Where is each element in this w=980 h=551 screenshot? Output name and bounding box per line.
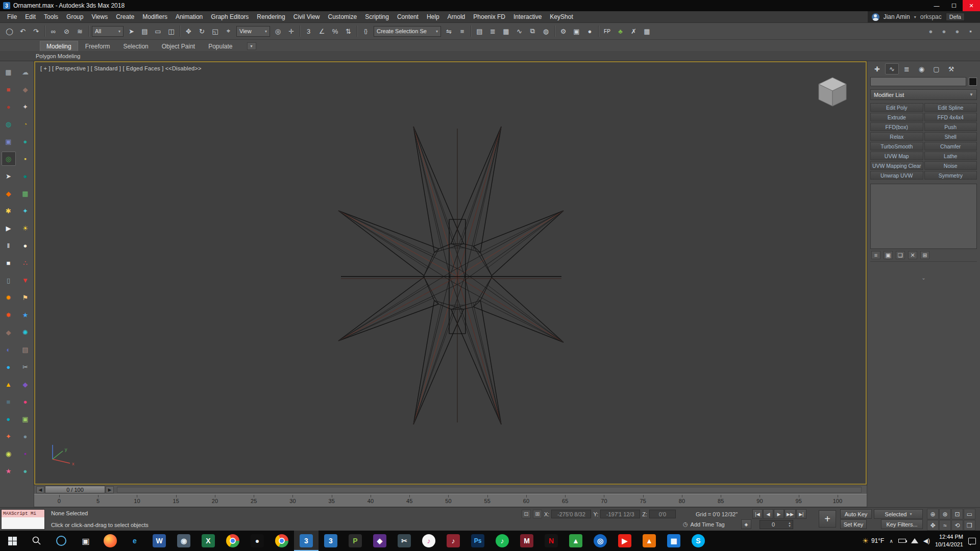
left-tool-28-icon[interactable]: ⚑ xyxy=(18,290,33,305)
select-and-move-icon[interactable]: ✥ xyxy=(182,25,195,38)
time-slider-handle[interactable]: 0 / 100 xyxy=(45,486,105,493)
configure-modifier-sets-icon[interactable]: ⊞ xyxy=(920,251,929,259)
battery-icon[interactable] xyxy=(898,539,906,543)
go-to-end-button[interactable]: ▶| xyxy=(796,509,806,519)
menu-create[interactable]: Create xyxy=(112,12,138,22)
left-tool-43-icon[interactable]: ✦ xyxy=(2,429,16,443)
reference-coordinate-dropdown[interactable]: View▾ xyxy=(236,26,270,37)
modifier-button-chamfer[interactable]: Chamfer xyxy=(924,142,977,151)
menu-help[interactable]: Help xyxy=(423,12,444,22)
ribbon-tab-selection[interactable]: Selection xyxy=(117,41,154,51)
left-tool-33-icon[interactable]: ◐ xyxy=(2,342,16,357)
spinner-arrows-icon[interactable]: ▲▼ xyxy=(787,521,793,528)
workspace-dropdown[interactable]: Defa xyxy=(946,13,965,21)
minimize-button[interactable]: — xyxy=(928,0,945,11)
z-coordinate-field[interactable]: 0'0 xyxy=(649,510,676,518)
left-tool-6-icon[interactable]: ✦ xyxy=(18,99,33,114)
taskbar-camera-app[interactable]: ◉ xyxy=(172,531,196,551)
menu-modifiers[interactable]: Modifiers xyxy=(138,12,172,22)
taskbar-browser-app[interactable]: ◎ xyxy=(588,531,612,551)
left-tool-16-icon[interactable]: ▦ xyxy=(18,186,33,201)
ribbon-tab-populate[interactable]: Populate xyxy=(202,41,238,51)
action-center-icon[interactable] xyxy=(968,538,976,544)
show-end-result-icon[interactable]: ▣ xyxy=(884,251,893,259)
left-tool-2-icon[interactable]: ☁ xyxy=(18,65,33,79)
modifier-button-ffd-box[interactable]: FFD(box) xyxy=(870,122,923,131)
left-tool-20-icon[interactable]: ☀ xyxy=(18,221,33,235)
taskbar-internet-explorer[interactable]: e xyxy=(122,531,147,551)
key-filters-button[interactable]: Key Filters... xyxy=(881,519,923,529)
render-setup-icon[interactable]: ⚙ xyxy=(557,25,570,38)
taskbar-search-button[interactable] xyxy=(24,531,49,551)
taskbar-photoshop[interactable]: Ps xyxy=(465,531,490,551)
modifier-button-shell[interactable]: Shell xyxy=(924,132,977,141)
time-slider-track[interactable] xyxy=(117,487,862,493)
left-tool-37-icon[interactable]: ▲ xyxy=(2,377,16,391)
motion-tab-icon[interactable]: ◉ xyxy=(915,63,928,74)
menu-file[interactable]: File xyxy=(3,12,21,22)
taskbar-maya[interactable]: M xyxy=(514,531,539,551)
toggle-layer-explorer-icon[interactable]: ≣ xyxy=(486,25,499,38)
walkthrough-icon[interactable]: ≈ xyxy=(939,520,951,531)
taskbar-netflix[interactable]: N xyxy=(539,531,564,551)
use-pivot-point-icon[interactable]: ◎ xyxy=(272,25,284,38)
left-tool-10-icon[interactable]: ● xyxy=(18,134,33,148)
task-view-button[interactable]: ▣ xyxy=(74,531,98,551)
edit-named-selection-sets-icon[interactable]: {} xyxy=(359,25,372,38)
taskbar-excel[interactable]: X xyxy=(196,531,220,551)
left-tool-3-icon[interactable]: ■ xyxy=(2,82,16,96)
left-tool-7-icon[interactable]: ◍ xyxy=(2,117,16,131)
zoom-region-icon[interactable]: ▭ xyxy=(964,509,975,519)
taskbar-qq[interactable]: ● xyxy=(245,531,270,551)
menu-edit[interactable]: Edit xyxy=(21,12,40,22)
modifier-button-lathe[interactable]: Lathe xyxy=(924,152,977,160)
ribbon-display-icon[interactable]: ▾ xyxy=(247,42,256,50)
menu-views[interactable]: Views xyxy=(87,12,112,22)
menu-rendering[interactable]: Rendering xyxy=(253,12,289,22)
angle-snap-icon[interactable]: ∠ xyxy=(315,25,328,38)
window-crossing-icon[interactable]: ◫ xyxy=(165,25,178,38)
isolate-toggle-3-icon[interactable]: ● xyxy=(951,25,964,38)
fp-toggle-icon[interactable]: FP xyxy=(601,25,614,38)
orbit-icon[interactable]: ⟲ xyxy=(951,520,963,531)
key-selection-dropdown[interactable]: Selected ▾ xyxy=(874,509,923,519)
user-avatar[interactable] xyxy=(872,13,879,21)
arnold-light-icon[interactable]: ♣ xyxy=(614,25,627,38)
left-tool-34-icon[interactable]: ▤ xyxy=(18,342,33,357)
menu-keyshot[interactable]: KeyShot xyxy=(546,12,577,22)
left-tool-26-icon[interactable]: ▼ xyxy=(18,273,33,287)
modify-tab-icon[interactable]: ∿ xyxy=(885,63,899,74)
modifier-button-extrude[interactable]: Extrude xyxy=(870,113,923,121)
menu-phoenix-fd[interactable]: Phoenix FD xyxy=(469,12,509,22)
left-tool-8-icon[interactable]: ◔ xyxy=(18,117,33,131)
menu-customize[interactable]: Customize xyxy=(324,12,361,22)
left-tool-22-icon[interactable]: ● xyxy=(18,238,33,253)
left-tool-1-icon[interactable]: ▦ xyxy=(2,65,16,79)
redo-icon[interactable]: ↷ xyxy=(30,25,42,38)
remove-modifier-icon[interactable]: ✕ xyxy=(908,251,917,259)
taskbar-itunes[interactable]: ♪ xyxy=(416,531,441,551)
ribbon-tab-object-paint[interactable]: Object Paint xyxy=(156,41,201,51)
isolate-toggle-2-icon[interactable]: ● xyxy=(938,25,950,38)
left-tool-23-icon[interactable]: ■ xyxy=(2,256,16,270)
taskbar-3ds-max-beta[interactable]: 3 xyxy=(318,531,343,551)
select-and-link-icon[interactable]: ∞ xyxy=(47,25,60,38)
track-bar[interactable]: 0510152025303540455055606570758085909510… xyxy=(34,494,867,507)
taskbar-word[interactable]: W xyxy=(147,531,172,551)
toggle-ribbon-icon[interactable]: ▦ xyxy=(500,25,512,38)
modifier-stack[interactable] xyxy=(870,184,977,249)
unlink-selection-icon[interactable]: ⊘ xyxy=(60,25,73,38)
taskbar-android-emulator[interactable]: ▲ xyxy=(564,531,588,551)
left-tool-4-icon[interactable]: ◆ xyxy=(18,82,33,96)
taskbar-skype[interactable]: S xyxy=(686,531,710,551)
left-tool-24-icon[interactable]: ∴ xyxy=(18,256,33,270)
left-tool-36-icon[interactable]: ✂ xyxy=(18,360,33,374)
object-name-field[interactable] xyxy=(870,77,966,86)
material-editor-icon[interactable]: ◍ xyxy=(540,25,552,38)
modifier-button-uvw-mapping-clear[interactable]: UVW Mapping Clear xyxy=(870,161,923,170)
spinner-snap-icon[interactable]: ⇅ xyxy=(342,25,355,38)
menu-animation[interactable]: Animation xyxy=(172,12,207,22)
menu-content[interactable]: Content xyxy=(393,12,423,22)
display-tab-icon[interactable]: ▢ xyxy=(929,63,943,74)
utilities-tab-icon[interactable]: ⚒ xyxy=(944,63,958,74)
